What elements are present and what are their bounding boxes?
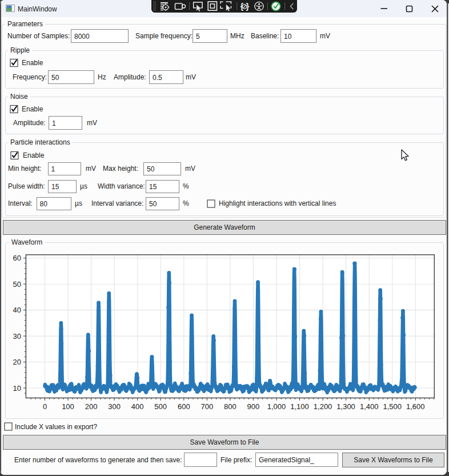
svg-text:1,600: 1,600	[406, 402, 425, 411]
svg-text:1,000: 1,000	[267, 402, 286, 411]
svg-text:900: 900	[247, 402, 260, 411]
svg-text:30: 30	[13, 332, 21, 341]
svg-text:200: 200	[85, 402, 98, 411]
svg-text:0: 0	[43, 402, 47, 411]
svg-text:1,400: 1,400	[360, 402, 379, 411]
svg-text:40: 40	[13, 306, 21, 314]
svg-text:100: 100	[62, 402, 74, 411]
svg-text:1,500: 1,500	[383, 402, 402, 411]
svg-text:1,300: 1,300	[336, 402, 355, 411]
svg-text:60: 60	[13, 254, 21, 262]
svg-text:800: 800	[224, 402, 236, 411]
svg-text:10: 10	[13, 384, 21, 393]
svg-text:1,200: 1,200	[314, 402, 332, 411]
svg-text:300: 300	[108, 402, 121, 411]
svg-text:400: 400	[131, 402, 144, 411]
svg-text:600: 600	[178, 402, 190, 411]
svg-text:20: 20	[13, 358, 21, 366]
svg-text:500: 500	[154, 402, 167, 411]
svg-text:1,100: 1,100	[290, 402, 309, 411]
svg-text:50: 50	[13, 280, 21, 289]
svg-text:700: 700	[201, 402, 213, 411]
